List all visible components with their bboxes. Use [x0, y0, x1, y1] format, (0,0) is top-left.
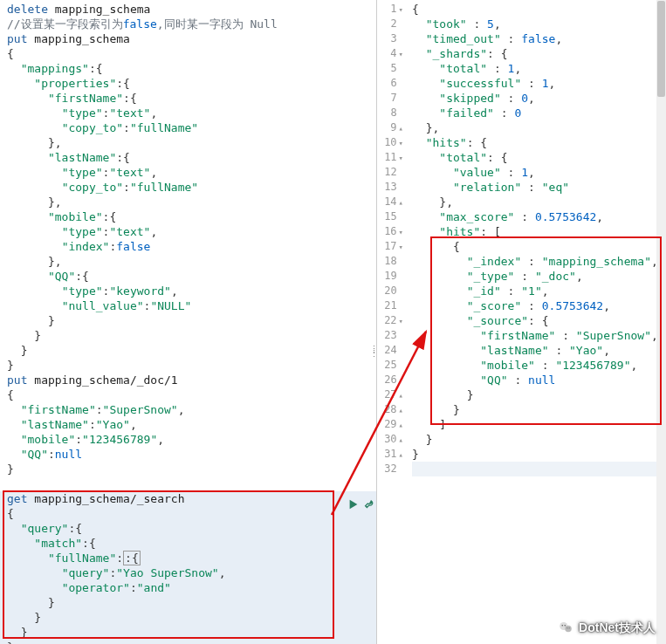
run-icon[interactable] — [347, 498, 360, 510]
scrollbar-thumb[interactable] — [657, 1, 665, 97]
request-code[interactable]: delete mapping_schema //设置某一字段索引为false,同… — [0, 0, 376, 644]
watermark-text: DotNet技术人 — [579, 620, 656, 635]
scrollbar[interactable] — [656, 0, 666, 644]
keyword-put: put — [7, 32, 27, 45]
request-actions — [347, 498, 375, 510]
wechat-icon — [558, 620, 573, 635]
watermark: DotNet技术人 — [558, 620, 656, 635]
request-pane[interactable]: delete mapping_schema //设置某一字段索引为false,同… — [0, 0, 377, 644]
svg-point-5 — [566, 627, 567, 628]
line-gutter: 1▾2 3 4▾5 6 7 8 9▴10▾11▾12 13 14▴15 16▾1… — [377, 0, 407, 644]
response-code[interactable]: { "took" : 5, "timed_out" : false, "_sha… — [407, 0, 666, 644]
pane-resize-handle[interactable]: ⋮⋮ — [369, 347, 378, 356]
svg-point-3 — [562, 625, 564, 627]
keyword-delete: delete — [7, 3, 48, 16]
wrench-icon[interactable] — [363, 498, 375, 510]
editor-container: delete mapping_schema //设置某一字段索引为false,同… — [0, 0, 666, 644]
svg-point-6 — [569, 627, 570, 628]
keyword-get: get — [7, 492, 27, 505]
svg-point-2 — [565, 626, 572, 633]
svg-point-4 — [565, 625, 566, 627]
response-pane[interactable]: 1▾2 3 4▾5 6 7 8 9▴10▾11▾12 13 14▴15 16▾1… — [377, 0, 666, 644]
